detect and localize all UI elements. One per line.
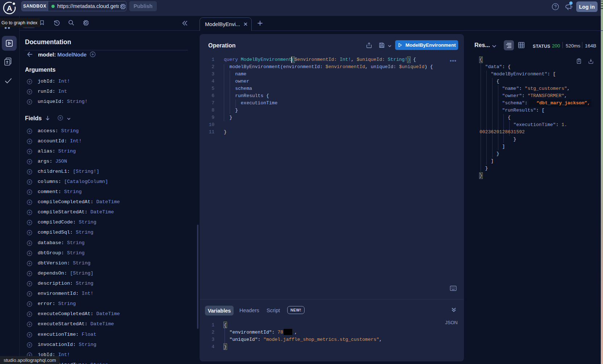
svg-text:A: A (7, 4, 12, 12)
